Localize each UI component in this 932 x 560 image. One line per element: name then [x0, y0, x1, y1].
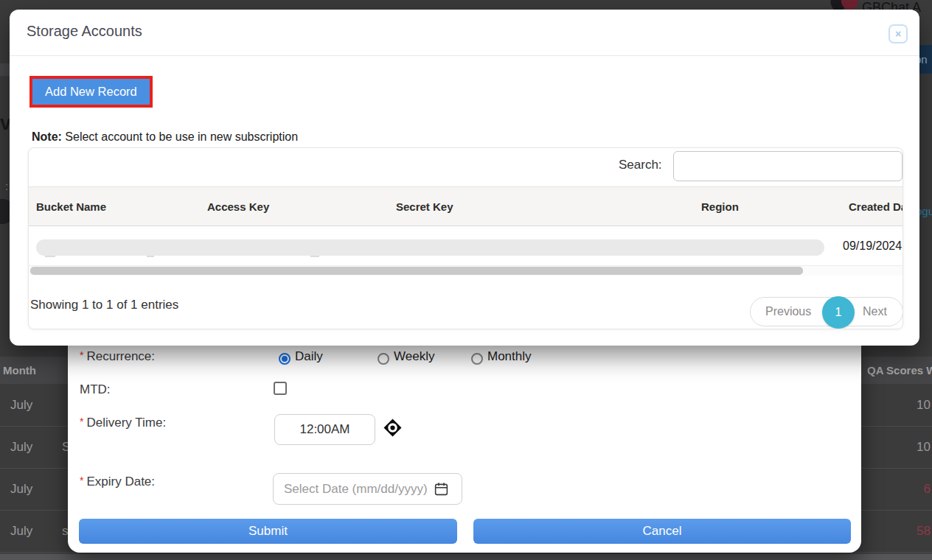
blurred-text-mark: [45, 256, 55, 257]
recurrence-label: *Recurrence:: [80, 349, 155, 364]
month-cell: July: [10, 524, 32, 539]
search-label: Search:: [619, 158, 662, 172]
recurrence-weekly-radio[interactable]: [378, 353, 389, 365]
recurrence-daily-label: Daily: [295, 349, 323, 364]
required-asterisk: *: [80, 349, 83, 361]
recurrence-weekly-label: Weekly: [394, 349, 434, 364]
column-header-secret-key[interactable]: Secret Key: [396, 200, 453, 213]
month-cell: July: [10, 482, 32, 497]
accounts-table-header: Bucket Name Access Key Secret Key Region…: [29, 186, 903, 226]
expiry-date-label: *Expiry Date:: [80, 475, 155, 489]
delivery-time-label: *Delivery Time:: [80, 416, 166, 430]
blurred-text-mark: [147, 256, 154, 257]
mtd-checkbox[interactable]: [274, 382, 287, 395]
required-asterisk: *: [80, 475, 83, 486]
score-cell: 6: [924, 482, 931, 497]
background-footer-band: [0, 553, 932, 560]
add-new-record-highlight: Add New Record: [29, 76, 153, 108]
score-cell: 58: [917, 524, 931, 539]
blurred-text-mark: [310, 256, 319, 257]
cancel-button[interactable]: Cancel: [473, 519, 851, 544]
column-header-bucket-name[interactable]: Bucket Name: [36, 200, 106, 213]
required-asterisk: *: [80, 416, 83, 427]
header-divider: [10, 55, 919, 56]
subscription-form-modal: *Recurrence: Daily Weekly Monthly MTD: *…: [68, 339, 861, 553]
note-text: Note: Select account to be use in new su…: [32, 130, 298, 144]
horizontal-scrollbar[interactable]: [29, 266, 903, 276]
next-page-button[interactable]: Next: [863, 305, 887, 318]
column-header-access-key[interactable]: Access Key: [207, 200, 269, 213]
column-header-created-date[interactable]: Created Dat: [849, 200, 903, 213]
column-header-qa-scores: QA Scores W: [867, 364, 932, 377]
time-picker-target-icon[interactable]: [383, 419, 402, 437]
screen: GBChat A on ve : ogu Month QA Scores W J…: [0, 0, 932, 560]
recurrence-monthly-label: Monthly: [487, 349, 532, 364]
mtd-label: MTD:: [80, 382, 111, 397]
recurrence-daily-radio[interactable]: [279, 353, 291, 365]
previous-page-button[interactable]: Previous: [765, 305, 811, 318]
background-row-band: [0, 63, 10, 76]
redacted-account-data: [36, 239, 824, 256]
calendar-icon[interactable]: [434, 481, 449, 497]
recurrence-monthly-radio[interactable]: [471, 353, 483, 365]
modal-title: Storage Accounts: [27, 23, 142, 40]
showing-entries-text: Showing 1 to 1 of 1 entries: [30, 298, 178, 312]
column-header-region[interactable]: Region: [701, 200, 739, 213]
account-row[interactable]: ( g ) 09/19/2024: [29, 226, 903, 266]
note-label: Note:: [32, 130, 62, 143]
scrollbar-thumb[interactable]: [30, 267, 803, 275]
score-cell: 10: [917, 398, 931, 413]
created-date-cell: 09/19/2024: [843, 239, 902, 253]
close-icon[interactable]: ×: [888, 24, 908, 43]
search-input[interactable]: [673, 151, 903, 181]
storage-accounts-modal: Storage Accounts × Add New Record Note: …: [10, 10, 919, 346]
score-cell: 10: [917, 440, 931, 455]
pagination: Previous 1 Next: [750, 297, 903, 326]
page-1-button[interactable]: 1: [822, 296, 855, 329]
background-text-fragment: :: [5, 180, 8, 192]
delivery-time-input[interactable]: [274, 414, 375, 445]
submit-button[interactable]: Submit: [79, 519, 457, 544]
add-new-record-button[interactable]: Add New Record: [32, 79, 150, 105]
month-cell: July: [10, 398, 32, 413]
month-cell: July: [10, 440, 32, 455]
column-header-month: Month: [3, 364, 36, 377]
accounts-table-card: Search: Bucket Name Access Key Secret Ke…: [28, 147, 903, 329]
